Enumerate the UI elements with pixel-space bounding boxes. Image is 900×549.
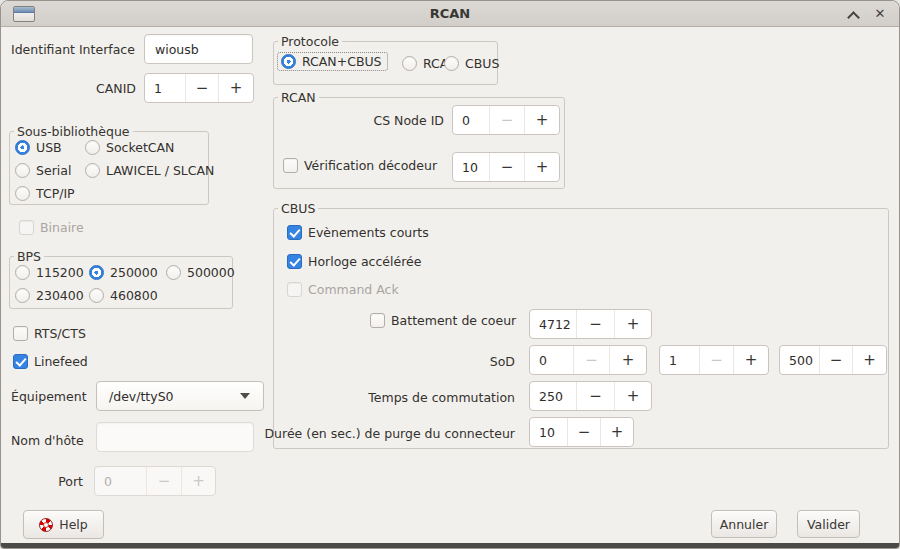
canid-spinner: 1 − + (144, 73, 254, 103)
checkbox-command-ack-icon (287, 282, 302, 297)
radio-rcan-cbus[interactable]: RCAN+CBUS (277, 52, 388, 71)
sod-spinner-1: 0 − + (529, 345, 647, 375)
radio-230400-icon (15, 288, 30, 303)
interface-id-label: Identifiant Interface (11, 35, 141, 63)
cs-node-id-increment-button[interactable]: + (525, 106, 559, 134)
battement-value[interactable]: 4712 (530, 310, 577, 338)
rcan-dialog-window: RCAN ✕ Identifiant Interface wiousb CANI… (0, 0, 900, 549)
sod2-decrement-button: − (700, 346, 734, 374)
titlebar[interactable]: RCAN ✕ (1, 1, 899, 27)
checkbox-verification-icon (283, 158, 298, 173)
radio-rcan-icon (402, 56, 417, 71)
temps-commutation-spinner: 250 − + (529, 381, 652, 411)
window-bottom-edge (1, 543, 899, 548)
checkbox-binaire: Binaire (19, 219, 84, 236)
rcan-frame: RCAN CS Node ID 0 − + Vérification décod… (273, 97, 565, 189)
radio-lawicel-icon (85, 163, 100, 178)
canid-decrement-button[interactable]: − (186, 74, 219, 102)
close-icon[interactable]: ✕ (872, 5, 888, 23)
checkbox-rtscts-icon (13, 326, 28, 341)
duree-purge-label: Durée (en sec.) de purge du connecteur (262, 419, 515, 447)
canid-value[interactable]: 1 (145, 74, 186, 102)
sod3-decrement-button[interactable]: − (820, 346, 853, 374)
canid-label: CANID (11, 74, 136, 102)
checkbox-verification-decodeur[interactable]: Vérification décodeur (283, 157, 437, 174)
radio-serial[interactable]: Serial (15, 162, 71, 179)
cs-node-id-decrement-button: − (490, 106, 525, 134)
shade-window-icon[interactable] (848, 9, 860, 19)
duree-decrement-button[interactable]: − (568, 418, 601, 446)
cs-node-id-value[interactable]: 0 (453, 106, 490, 134)
window-title: RCAN (1, 1, 899, 27)
rcan-frame-title: RCAN (278, 89, 319, 106)
port-decrement-button: − (147, 467, 182, 495)
radio-lawicel-slcan[interactable]: LAWICEL / SLCAN (85, 162, 214, 179)
sod-value-2[interactable]: 1 (660, 346, 700, 374)
checkbox-battement-de-coeur[interactable]: Battement de coeur (370, 312, 516, 329)
sod2-increment-button[interactable]: + (734, 346, 768, 374)
temps-increment-button[interactable]: + (615, 382, 651, 410)
battement-spinner: 4712 − + (529, 309, 652, 339)
sod1-decrement-button: − (574, 346, 610, 374)
canid-increment-button[interactable]: + (219, 74, 253, 102)
sub-library-frame-title: Sous-bibliothèque (14, 123, 133, 140)
radio-bps-460800[interactable]: 460800 (89, 287, 158, 304)
bps-frame-title: BPS (14, 248, 44, 265)
cbus-frame: CBUS Evènements courts Horloge accélérée… (273, 208, 889, 449)
chevron-down-icon (240, 393, 250, 399)
checkbox-linefeed-icon (13, 354, 28, 369)
device-combobox[interactable]: /dev/ttyS0 (96, 381, 264, 411)
radio-socketcan[interactable]: SocketCAN (85, 139, 174, 156)
radio-460800-icon (89, 288, 104, 303)
radio-serial-icon (15, 163, 30, 178)
device-combobox-value: /dev/ttyS0 (97, 389, 227, 404)
help-button[interactable]: Help (23, 510, 104, 539)
combobox-arrow-button[interactable] (227, 382, 263, 410)
radio-usb[interactable]: USB (15, 139, 62, 156)
verification-decrement-button[interactable]: − (490, 153, 525, 181)
radio-tcpip-icon (15, 186, 30, 201)
sod1-increment-button[interactable]: + (610, 346, 646, 374)
temps-decrement-button[interactable]: − (577, 382, 615, 410)
port-value: 0 (95, 467, 147, 495)
protocol-frame-title: Protocole (278, 33, 342, 50)
radio-cbus-icon (444, 56, 459, 71)
radio-usb-icon (15, 140, 30, 155)
validate-button[interactable]: Valider (797, 510, 860, 538)
sod-label: SoD (274, 347, 515, 375)
interface-id-input[interactable]: wiousb (144, 34, 253, 64)
sod-value-3[interactable]: 500 (780, 346, 820, 374)
cbus-frame-title: CBUS (278, 200, 318, 217)
battement-increment-button[interactable]: + (615, 310, 651, 338)
radio-bps-230400[interactable]: 230400 (15, 287, 84, 304)
hostname-input (96, 422, 254, 452)
radio-bps-250000[interactable]: 250000 (89, 264, 158, 281)
radio-115200-icon (15, 265, 30, 280)
bps-frame: BPS 115200 250000 500000 230400 460800 (9, 256, 233, 309)
radio-tcpip[interactable]: TCP/IP (15, 185, 75, 202)
checkbox-horloge-acceleree[interactable]: Horloge accélérée (287, 253, 421, 270)
radio-cbus[interactable]: CBUS (444, 55, 499, 72)
verification-value[interactable]: 10 (453, 153, 490, 181)
cs-node-id-spinner: 0 − + (452, 105, 560, 135)
sod-value-1[interactable]: 0 (530, 346, 574, 374)
port-spinner: 0 − + (94, 466, 216, 496)
verification-spinner: 10 − + (452, 152, 560, 182)
checkbox-battement-icon (370, 313, 385, 328)
temps-commutation-value[interactable]: 250 (530, 382, 577, 410)
checkbox-evenements-courts[interactable]: Evènements courts (287, 224, 429, 241)
duree-purge-value[interactable]: 10 (530, 418, 568, 446)
sod3-increment-button[interactable]: + (853, 346, 886, 374)
checkbox-linefeed[interactable]: Linefeed (13, 353, 88, 370)
radio-250000-icon (89, 265, 104, 280)
cancel-button[interactable]: Annuler (711, 510, 777, 538)
radio-bps-500000[interactable]: 500000 (166, 264, 235, 281)
radio-bps-115200[interactable]: 115200 (15, 264, 84, 281)
duree-increment-button[interactable]: + (601, 418, 633, 446)
checkbox-rtscts[interactable]: RTS/CTS (13, 325, 86, 342)
verification-increment-button[interactable]: + (525, 153, 559, 181)
sod-spinner-3: 500 − + (779, 345, 887, 375)
lifebuoy-help-icon (39, 518, 53, 532)
battement-decrement-button[interactable]: − (577, 310, 615, 338)
radio-socketcan-icon (85, 140, 100, 155)
